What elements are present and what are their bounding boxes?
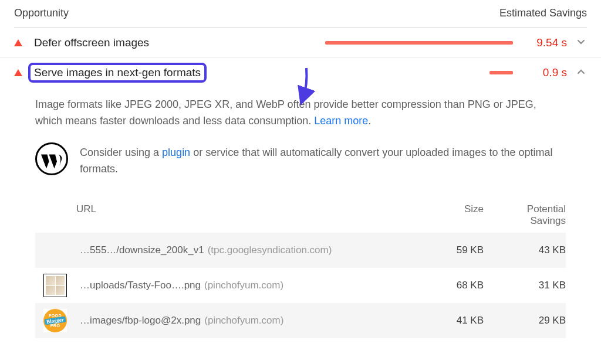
wordpress-icon [35, 142, 68, 175]
size-cell: 68 KB [431, 280, 501, 291]
thumbnail-placeholder [43, 239, 67, 262]
col-header-url: URL [76, 203, 431, 227]
chevron-down-icon[interactable] [575, 38, 587, 48]
size-cell: 41 KB [431, 315, 501, 326]
col-header-size: Size [431, 203, 501, 227]
opportunity-row-nextgen-formats[interactable]: Serve images in next-gen formats 0.9 s [0, 58, 601, 87]
warning-triangle-icon [14, 69, 22, 76]
savings-bar [325, 41, 513, 45]
lighthouse-opportunities-panel: Opportunity Estimated Savings Defer offs… [0, 0, 601, 338]
url-path[interactable]: …uploads/Tasty-Foo….png [80, 280, 201, 291]
url-domain: (pinchofyum.com) [204, 280, 283, 291]
stack-pack-advice: Consider using a plugin or service that … [35, 139, 566, 189]
opportunity-row-defer-offscreen[interactable]: Defer offscreen images 9.54 s [0, 28, 601, 58]
size-cell: 59 KB [431, 244, 501, 256]
opportunity-title: Defer offscreen images [31, 35, 153, 50]
savings-value: 0.9 s [526, 66, 567, 79]
table-row: …uploads/Tasty-Foo….png (pinchofyum.com)… [35, 268, 566, 303]
warning-triangle-icon [14, 39, 22, 46]
learn-more-link[interactable]: Learn more [314, 115, 368, 127]
chevron-up-icon[interactable] [575, 67, 587, 78]
header-opportunity-label: Opportunity [14, 7, 69, 19]
opportunity-description: Image formats like JPEG 2000, JPEG XR, a… [35, 91, 566, 139]
url-path[interactable]: …555…/downsize_200k_v1 [80, 244, 204, 256]
thumbnail-image: FOOD Blogger PRO [43, 309, 67, 332]
potential-line1: Potential [527, 203, 566, 215]
savings-bar-area [161, 41, 518, 45]
opportunity-details: Image formats like JPEG 2000, JPEG XR, a… [0, 87, 601, 338]
header-row: Opportunity Estimated Savings [0, 0, 601, 28]
savings-value: 9.54 s [526, 36, 567, 49]
opportunity-title: Serve images in next-gen formats [31, 65, 204, 80]
url-domain: (pinchofyum.com) [204, 315, 283, 326]
table-row: FOOD Blogger PRO …images/fbp-logo@2x.png… [35, 303, 566, 338]
advice-prefix: Consider using a [80, 147, 162, 158]
potential-cell: 31 KB [501, 280, 566, 291]
savings-bar-area [212, 71, 518, 74]
potential-cell: 43 KB [501, 244, 566, 256]
table-header-row: URL Size Potential Savings [35, 189, 566, 233]
stack-advice-text: Consider using a plugin or service that … [80, 142, 566, 178]
potential-cell: 29 KB [501, 315, 566, 326]
fbp-bot-text: PRO [50, 324, 60, 328]
col-header-potential: Potential Savings [501, 203, 566, 227]
url-domain: (tpc.googlesyndication.com) [208, 244, 332, 256]
url-path[interactable]: …images/fbp-logo@2x.png [80, 315, 201, 326]
description-text: Image formats like JPEG 2000, JPEG XR, a… [35, 98, 536, 127]
thumbnail-image [43, 274, 67, 297]
plugin-link[interactable]: plugin [162, 147, 190, 158]
header-savings-label: Estimated Savings [499, 7, 587, 19]
potential-line2: Savings [531, 215, 566, 227]
table-row: …555…/downsize_200k_v1 (tpc.googlesyndic… [35, 233, 566, 268]
savings-bar [489, 71, 513, 74]
